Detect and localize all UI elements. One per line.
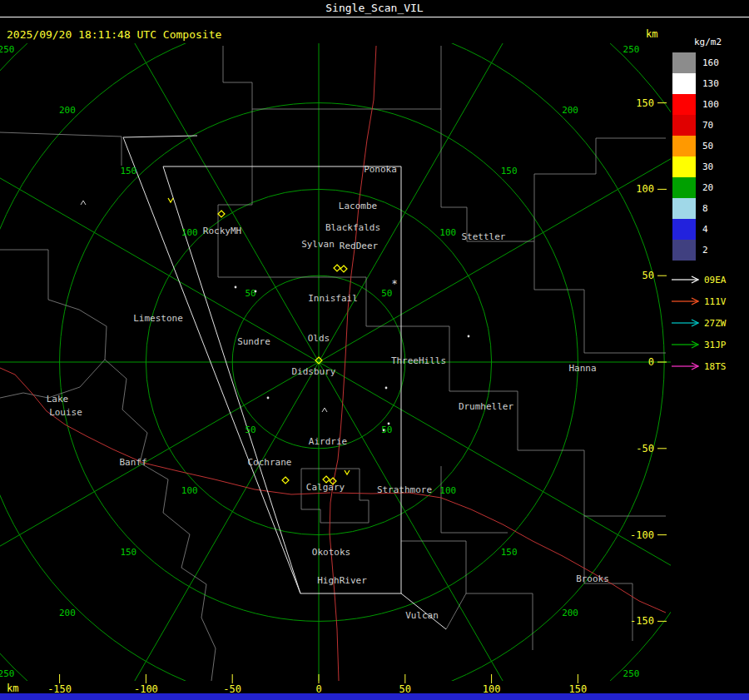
ring-distance-label: 150 (501, 166, 518, 176)
city-label: Strathmore (377, 484, 432, 495)
city-label: Didsbury (292, 366, 336, 377)
storm-cell-dot (385, 387, 388, 390)
radial-line (77, 0, 319, 362)
radial-line (319, 0, 560, 362)
legend-entry: 130 (671, 73, 749, 94)
storm-cell-dot (267, 397, 270, 400)
site-diamond-marker (340, 266, 347, 272)
ring-distance-label: 200 (59, 608, 76, 618)
city-label: Ponoka (364, 164, 397, 175)
legend-color-swatch (672, 240, 696, 261)
ring-distance-label: 250 (623, 44, 640, 55)
city-label: Cochrane (248, 457, 292, 468)
storm-caret-marker (345, 470, 350, 474)
ring-distance-label: 200 (562, 105, 578, 116)
ring-distance-label: 150 (120, 547, 136, 558)
legend-entry: 2 (671, 240, 749, 261)
track-arrow-icon (671, 361, 699, 371)
storm-track-legend: 09EA111V27ZW31JP18TS (671, 269, 749, 377)
boundary-line (534, 241, 666, 353)
scan-area-outline (123, 136, 446, 629)
legend-unit-label: kg/m2 (694, 37, 749, 47)
legend-value-label: 2 (702, 245, 708, 256)
legend-value-label: 50 (702, 141, 713, 151)
city-label: Blackfalds (325, 222, 380, 233)
range-ring (0, 17, 664, 700)
boundary-line (223, 46, 441, 109)
city-label: Calgary (306, 482, 345, 493)
ring-distance-label: 150 (120, 166, 136, 176)
city-label: Sylvan (301, 239, 335, 250)
city-label: Okotoks (312, 547, 350, 558)
storm-cell-dot (468, 335, 470, 338)
right-axis-label: 150 (636, 97, 654, 109)
legend-panel: kg/m2 16013010070503020842 09EA111V27ZW3… (671, 37, 749, 377)
storm-markers: * (81, 198, 469, 484)
right-axis-label: -50 (636, 443, 654, 454)
white-caret-marker (81, 201, 86, 205)
ring-distance-label: 250 (623, 668, 640, 679)
ring-distance-label: 100 (181, 485, 198, 496)
radial-line (319, 362, 737, 603)
ring-distance-label: 100 (181, 227, 198, 238)
legend-value-label: 160 (702, 57, 719, 68)
ring-distance-label: 200 (562, 608, 578, 618)
boundary-line (301, 469, 369, 523)
legend-entry: 8 (671, 198, 749, 219)
storm-cell-dot (383, 429, 385, 432)
ring-distance-label: 100 (439, 485, 456, 496)
track-arrow-icon (671, 296, 699, 306)
legend-entry: 70 (671, 115, 749, 136)
track-id-label: 27ZW (704, 318, 727, 329)
ring-distance-label: 50 (381, 288, 392, 299)
city-label: Hanna (568, 363, 596, 374)
legend-color-swatch (672, 52, 696, 73)
ring-distance-label: 250 (0, 668, 14, 679)
legend-entry: 160 (671, 52, 749, 73)
ring-distance-label: 100 (439, 227, 456, 238)
city-label: RockyMH (203, 226, 241, 236)
track-id-label: 09EA (704, 275, 727, 285)
storm-cell-dot (255, 290, 257, 293)
track-legend-row: 31JP (671, 334, 749, 355)
city-label: Olds (308, 333, 330, 344)
legend-color-swatch (672, 177, 696, 198)
legend-color-swatch (672, 73, 696, 94)
city-label: Brooks (576, 573, 609, 584)
radar-app-window: Single_Scan_VIL 2025/09/20 18:11:48 UTC … (0, 0, 749, 700)
highway-1-west (0, 368, 330, 494)
site-diamond-marker (218, 211, 225, 217)
track-legend-row: 09EA (671, 269, 749, 290)
city-label: Innisfail (308, 293, 358, 304)
legend-color-swatch (672, 115, 696, 136)
boundary-line (449, 326, 666, 516)
city-label: Louise (49, 407, 82, 418)
city-label: Vulcan (405, 610, 439, 621)
scan-sector-outline (123, 136, 300, 593)
city-label: ThreeHills (391, 355, 446, 366)
city-label: RedDeer (340, 241, 379, 251)
site-diamond-marker (334, 265, 340, 271)
boundary-line (218, 109, 252, 277)
track-arrow-icon (671, 318, 699, 328)
city-label: Airdrie (309, 436, 347, 447)
legend-value-label: 130 (702, 78, 719, 89)
boundary-line (441, 46, 534, 241)
boundary-line (441, 466, 508, 533)
track-arrow-icon (671, 275, 699, 285)
city-label: Lacombe (339, 201, 377, 211)
legend-value-label: 70 (702, 120, 713, 131)
site-diamond-marker (282, 477, 289, 484)
radar-map[interactable]: 5050505010010010010015015015015020020020… (0, 0, 749, 700)
track-arrow-icon (671, 340, 699, 350)
ring-distance-label: 50 (245, 288, 255, 299)
axis-ticks: 150100500-50-100-150-150-100-50050100150 (47, 97, 667, 695)
track-id-label: 18TS (704, 361, 727, 372)
right-axis-label: -100 (630, 529, 654, 541)
city-label: Banff (119, 457, 146, 468)
legend-entry: 4 (671, 219, 749, 240)
right-axis-label: 100 (636, 183, 654, 195)
track-legend-row: 111V (671, 290, 749, 312)
legend-value-label: 8 (702, 203, 708, 214)
ring-distance-label: 50 (245, 424, 255, 435)
